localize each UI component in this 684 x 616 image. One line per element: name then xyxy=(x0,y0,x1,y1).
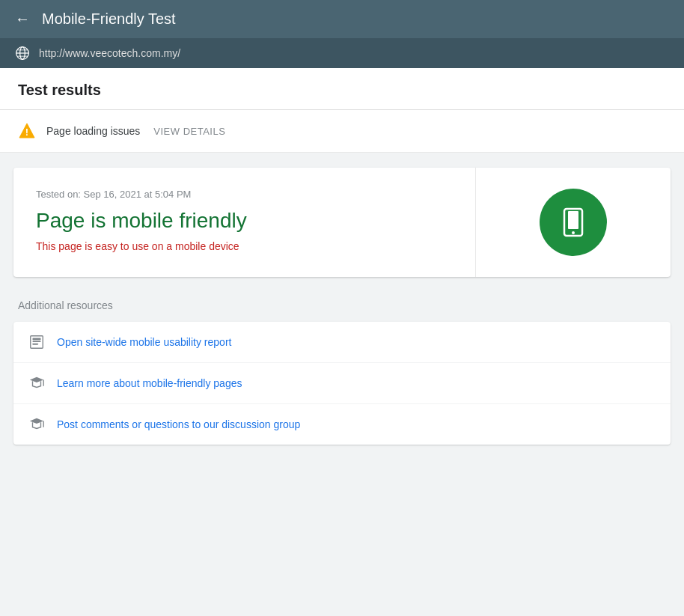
discuss-icon xyxy=(28,416,45,433)
top-header: ← Mobile-Friendly Test xyxy=(0,0,684,38)
resource-item-3[interactable]: Post comments or questions to our discus… xyxy=(13,404,671,445)
svg-rect-12 xyxy=(33,341,41,342)
svg-marker-16 xyxy=(30,418,43,424)
test-date: Tested on: Sep 16, 2021 at 5:04 PM xyxy=(36,189,453,200)
test-results-title: Test results xyxy=(18,82,101,98)
warning-icon: ! xyxy=(18,122,36,140)
resource-link-1[interactable]: Open site-wide mobile usability report xyxy=(57,336,231,348)
mobile-friendly-title: Page is mobile friendly xyxy=(36,209,453,233)
additional-resources-title: Additional resources xyxy=(18,299,666,311)
warning-bar: ! Page loading issues VIEW DETAILS xyxy=(0,110,684,153)
back-button[interactable]: ← xyxy=(15,10,30,28)
view-details-link[interactable]: VIEW DETAILS xyxy=(153,126,225,137)
resources-card: Open site-wide mobile usability report L… xyxy=(13,322,671,445)
mobile-friendly-icon-circle xyxy=(540,189,607,256)
svg-rect-8 xyxy=(568,211,578,229)
result-card-left: Tested on: Sep 16, 2021 at 5:04 PM Page … xyxy=(13,168,476,277)
svg-rect-13 xyxy=(33,344,38,345)
report-icon xyxy=(28,334,45,350)
result-card-right xyxy=(476,168,671,277)
globe-icon xyxy=(15,46,30,61)
main-content: Test results ! Page loading issues VIEW … xyxy=(0,68,684,455)
learn-icon xyxy=(28,375,45,391)
mobile-friendly-desc: This page is easy to use on a mobile dev… xyxy=(36,240,453,252)
url-text: http://www.veecotech.com.my/ xyxy=(39,47,180,59)
svg-text:!: ! xyxy=(25,126,28,138)
app-title: Mobile-Friendly Test xyxy=(42,10,176,28)
warning-text: Page loading issues xyxy=(46,125,140,137)
svg-rect-11 xyxy=(33,338,41,341)
result-card: Tested on: Sep 16, 2021 at 5:04 PM Page … xyxy=(13,168,671,277)
url-bar: http://www.veecotech.com.my/ xyxy=(0,38,684,68)
mobile-phone-icon xyxy=(558,207,589,238)
svg-point-9 xyxy=(572,231,575,234)
resource-link-2[interactable]: Learn more about mobile-friendly pages xyxy=(57,377,242,389)
test-results-header: Test results xyxy=(0,68,684,110)
resource-item-2[interactable]: Learn more about mobile-friendly pages xyxy=(13,363,671,404)
svg-marker-14 xyxy=(30,377,43,382)
resource-link-3[interactable]: Post comments or questions to our discus… xyxy=(57,418,300,430)
additional-resources: Additional resources Open site-wide mobi… xyxy=(0,292,684,455)
resource-item-1[interactable]: Open site-wide mobile usability report xyxy=(13,322,671,363)
